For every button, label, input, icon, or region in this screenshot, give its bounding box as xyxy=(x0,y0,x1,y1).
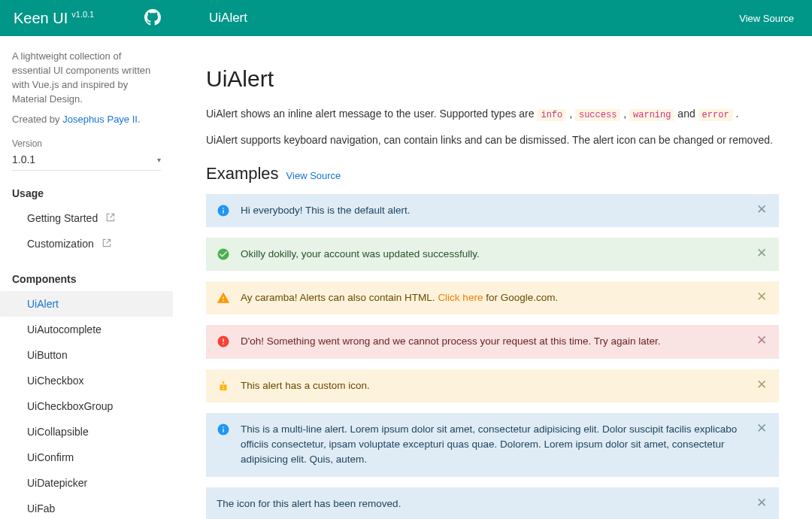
brand-version: v1.0.1 xyxy=(71,10,94,19)
page-heading: UiAlert xyxy=(206,66,779,92)
sidebar-description: A lightweight collection of essential UI… xyxy=(12,50,161,106)
version-label: Version xyxy=(12,138,161,149)
alert-body: Okilly dokilly, your account was updated… xyxy=(241,247,744,262)
close-icon[interactable]: ✕ xyxy=(755,290,768,303)
examples-view-source-link[interactable]: View Source xyxy=(286,170,341,181)
alert-warning: This alert has a custom icon.✕ xyxy=(206,369,779,402)
sidebar-item-uibutton[interactable]: UiButton xyxy=(12,342,161,368)
custom-icon xyxy=(217,379,230,393)
close-icon[interactable]: ✕ xyxy=(755,378,768,391)
code-error: error xyxy=(698,109,733,121)
intro-text: UiAlert shows an inline alert message to… xyxy=(206,105,779,149)
sidebar-item-uicollapsible[interactable]: UiCollapsible xyxy=(12,419,161,445)
alert-info: The icon for this alert has been removed… xyxy=(206,487,779,519)
sidebar-item-uicheckboxgroup[interactable]: UiCheckboxGroup xyxy=(12,393,161,419)
components-header: Components xyxy=(12,273,161,285)
sidebar-item-uialert[interactable]: UiAlert xyxy=(0,291,173,317)
sidebar-created-by: Created by Josephus Paye II. xyxy=(12,114,161,125)
sidebar-item-uicheckbox[interactable]: UiCheckbox xyxy=(12,368,161,393)
alert-body: This is a multi-line alert. Lorem ipsum … xyxy=(241,422,744,468)
alert-info: Hi everybody! This is the default alert.… xyxy=(206,194,779,227)
alert-warning: Ay caramba! Alerts can also contain HTML… xyxy=(206,281,779,314)
alert-body: The icon for this alert has been removed… xyxy=(217,496,744,511)
sidebar: A lightweight collection of essential UI… xyxy=(0,36,173,519)
view-source-link[interactable]: View Source xyxy=(739,13,794,24)
caret-down-icon: ▾ xyxy=(157,156,161,164)
usage-item-getting-started[interactable]: Getting Started xyxy=(12,205,161,231)
alert-info: This is a multi-line alert. Lorem ipsum … xyxy=(206,413,779,477)
alert-success: Okilly dokilly, your account was updated… xyxy=(206,238,779,271)
alert-body: Hi everybody! This is the default alert. xyxy=(241,203,744,218)
close-icon[interactable]: ✕ xyxy=(755,422,768,435)
page-title-top: UiAlert xyxy=(173,11,739,26)
alert-body: D'oh! Something went wrong and we cannot… xyxy=(241,334,744,349)
code-success: success xyxy=(575,109,620,121)
sidebar-item-uiconfirm[interactable]: UiConfirm xyxy=(12,445,161,470)
brand-name[interactable]: Keen UI xyxy=(14,10,68,27)
close-icon[interactable]: ✕ xyxy=(755,203,768,216)
version-value: 1.0.1 xyxy=(12,153,35,165)
info-icon xyxy=(217,423,230,436)
author-link[interactable]: Josephus Paye II xyxy=(62,114,138,125)
sidebar-item-uifab[interactable]: UiFab xyxy=(12,496,161,519)
alert-error: D'oh! Something went wrong and we cannot… xyxy=(206,325,779,358)
sidebar-item-uiautocomplete[interactable]: UiAutocomplete xyxy=(12,317,161,342)
usage-header: Usage xyxy=(12,187,161,199)
alert-body: Ay caramba! Alerts can also contain HTML… xyxy=(241,290,744,305)
sidebar-item-uidatepicker[interactable]: UiDatepicker xyxy=(12,470,161,496)
version-select[interactable]: 1.0.1 ▾ xyxy=(12,152,161,171)
alert-body: This alert has a custom icon. xyxy=(241,378,744,393)
brand: Keen UI v1.0.1 xyxy=(0,9,173,28)
code-info: info xyxy=(537,109,566,121)
usage-item-customization[interactable]: Customization xyxy=(12,231,161,256)
warning-icon xyxy=(217,291,230,305)
examples-header: Examples View Source xyxy=(206,164,779,184)
main-content: UiAlert UiAlert shows an inline alert me… xyxy=(173,0,812,519)
info-icon xyxy=(217,204,230,217)
code-warning: warning xyxy=(629,109,674,121)
top-bar: Keen UI v1.0.1 UiAlert View Source xyxy=(0,0,812,36)
close-icon[interactable]: ✕ xyxy=(755,496,768,509)
error-icon xyxy=(217,335,230,348)
github-icon[interactable] xyxy=(144,9,161,28)
success-icon xyxy=(217,247,230,261)
close-icon[interactable]: ✕ xyxy=(755,334,768,347)
external-link-icon xyxy=(105,212,116,225)
close-icon[interactable]: ✕ xyxy=(755,247,768,260)
alert-link[interactable]: Click here xyxy=(438,292,483,303)
external-link-icon xyxy=(102,238,112,250)
